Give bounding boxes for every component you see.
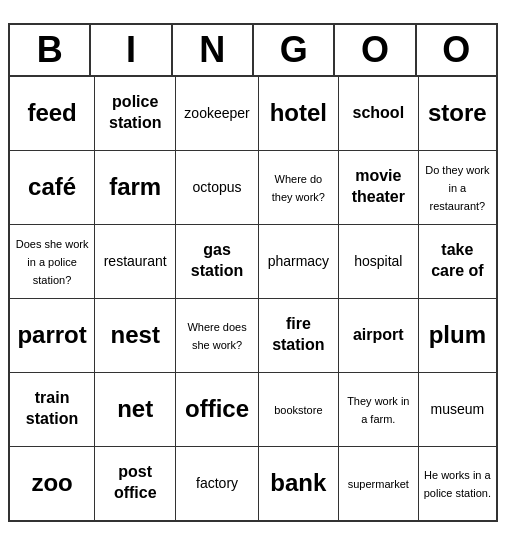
cell-r0-c0: feed: [10, 76, 95, 150]
header-n: N: [172, 24, 253, 76]
cell-r4-c0: train station: [10, 372, 95, 446]
cell-text-r3-c3: fire station: [272, 315, 324, 353]
cell-r5-c5: He works in a police station.: [418, 446, 496, 520]
cell-r5-c1: post office: [95, 446, 176, 520]
cell-r3-c2: Where does she work?: [176, 298, 259, 372]
cell-r0-c4: school: [338, 76, 418, 150]
cell-r4-c2: office: [176, 372, 259, 446]
cell-text-r0-c0: feed: [27, 99, 76, 126]
cell-r5-c2: factory: [176, 446, 259, 520]
cell-text-r0-c2: zookeeper: [184, 105, 249, 121]
cell-r1-c3: Where do they work?: [258, 150, 338, 224]
cell-text-r5-c4: supermarket: [348, 478, 409, 490]
cell-text-r5-c0: zoo: [31, 469, 72, 496]
cell-text-r2-c1: restaurant: [104, 253, 167, 269]
bingo-grid: feedpolice stationzookeeperhotelschoolst…: [9, 76, 497, 521]
cell-text-r0-c3: hotel: [270, 99, 327, 126]
cell-text-r0-c5: store: [428, 99, 487, 126]
cell-text-r2-c3: pharmacy: [268, 253, 329, 269]
cell-text-r3-c2: Where does she work?: [187, 321, 246, 351]
cell-r1-c5: Do they work in a restaurant?: [418, 150, 496, 224]
bingo-header: B I N G O O: [9, 24, 497, 76]
cell-r2-c5: take care of: [418, 224, 496, 298]
cell-text-r4-c0: train station: [26, 389, 78, 427]
cell-r1-c2: octopus: [176, 150, 259, 224]
cell-text-r4-c5: museum: [431, 401, 485, 417]
cell-text-r2-c4: hospital: [354, 253, 402, 269]
cell-r5-c0: zoo: [10, 446, 95, 520]
cell-text-r1-c2: octopus: [193, 179, 242, 195]
cell-text-r4-c2: office: [185, 395, 249, 422]
cell-text-r1-c3: Where do they work?: [272, 173, 325, 203]
cell-text-r3-c4: airport: [353, 326, 404, 343]
cell-r4-c3: bookstore: [258, 372, 338, 446]
cell-r5-c3: bank: [258, 446, 338, 520]
header-i: I: [90, 24, 171, 76]
cell-r2-c0: Does she work in a police station?: [10, 224, 95, 298]
cell-text-r4-c4: They work in a farm.: [347, 395, 409, 425]
cell-r3-c1: nest: [95, 298, 176, 372]
cell-text-r3-c5: plum: [429, 321, 486, 348]
cell-text-r4-c3: bookstore: [274, 404, 322, 416]
cell-text-r1-c4: movie theater: [352, 167, 405, 205]
cell-r4-c5: museum: [418, 372, 496, 446]
header-b: B: [9, 24, 90, 76]
cell-r3-c0: parrot: [10, 298, 95, 372]
cell-r1-c4: movie theater: [338, 150, 418, 224]
cell-r3-c3: fire station: [258, 298, 338, 372]
cell-text-r0-c4: school: [353, 104, 405, 121]
cell-r0-c2: zookeeper: [176, 76, 259, 150]
cell-r1-c0: café: [10, 150, 95, 224]
header-o1: O: [334, 24, 415, 76]
cell-text-r0-c1: police station: [109, 93, 161, 131]
cell-text-r2-c5: take care of: [431, 241, 483, 279]
cell-r1-c1: farm: [95, 150, 176, 224]
cell-text-r1-c5: Do they work in a restaurant?: [425, 164, 489, 212]
cell-text-r3-c0: parrot: [17, 321, 86, 348]
cell-r2-c2: gas station: [176, 224, 259, 298]
cell-text-r5-c3: bank: [270, 469, 326, 496]
cell-r0-c3: hotel: [258, 76, 338, 150]
cell-r3-c4: airport: [338, 298, 418, 372]
cell-r2-c4: hospital: [338, 224, 418, 298]
cell-text-r5-c2: factory: [196, 475, 238, 491]
cell-r0-c1: police station: [95, 76, 176, 150]
cell-text-r4-c1: net: [117, 395, 153, 422]
cell-r0-c5: store: [418, 76, 496, 150]
cell-r3-c5: plum: [418, 298, 496, 372]
cell-r5-c4: supermarket: [338, 446, 418, 520]
cell-text-r1-c1: farm: [109, 173, 161, 200]
cell-r4-c1: net: [95, 372, 176, 446]
cell-text-r5-c1: post office: [114, 463, 157, 501]
cell-r2-c3: pharmacy: [258, 224, 338, 298]
cell-text-r2-c0: Does she work in a police station?: [16, 238, 89, 286]
cell-text-r1-c0: café: [28, 173, 76, 200]
cell-text-r3-c1: nest: [111, 321, 160, 348]
header-g: G: [253, 24, 334, 76]
header-o2: O: [416, 24, 497, 76]
cell-text-r5-c5: He works in a police station.: [424, 469, 491, 499]
cell-r2-c1: restaurant: [95, 224, 176, 298]
cell-r4-c4: They work in a farm.: [338, 372, 418, 446]
cell-text-r2-c2: gas station: [191, 241, 243, 279]
